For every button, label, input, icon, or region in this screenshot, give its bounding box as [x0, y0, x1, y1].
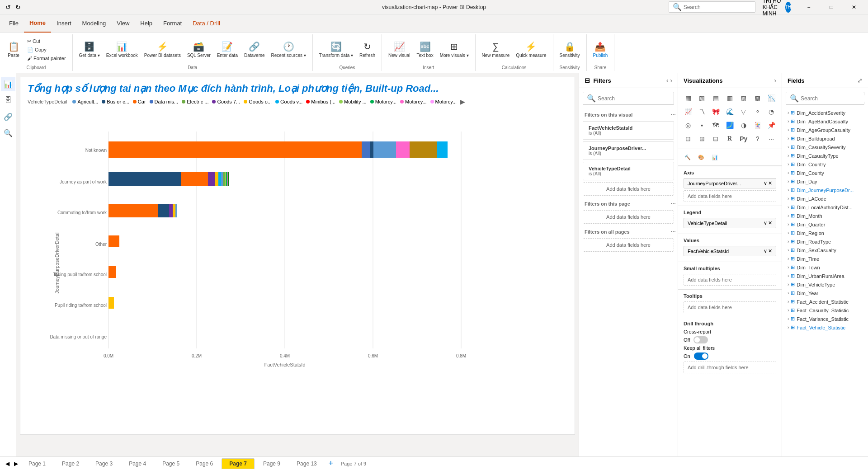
- viz-clustered-col-icon[interactable]: ▥: [723, 92, 736, 104]
- fields-search-box[interactable]: 🔍: [786, 92, 864, 105]
- window-controls[interactable]: − □ ✕: [798, 0, 864, 14]
- filters-visual-more-button[interactable]: ···: [670, 110, 676, 118]
- field-item-urban[interactable]: › ⊞ Dim_UrbanRuralArea: [782, 272, 868, 280]
- viz-ribbon-icon[interactable]: 🎀: [709, 105, 722, 118]
- field-expand-icon[interactable]: ›: [788, 145, 789, 150]
- transform-button[interactable]: 🔄 Transform data ▾: [316, 36, 356, 63]
- paste-button[interactable]: 📋 Paste: [4, 36, 24, 63]
- filter-item-1[interactable]: FactVehicleStatsId is (All): [583, 121, 674, 140]
- viz-legend-chevron-icon[interactable]: ∨: [764, 220, 767, 226]
- page-tab-9[interactable]: Page 9: [255, 458, 288, 469]
- menu-modeling[interactable]: Modeling: [77, 14, 112, 33]
- close-button[interactable]: ✕: [844, 0, 864, 14]
- field-expand-icon[interactable]: ›: [788, 110, 789, 115]
- viz-tooltips-add-button[interactable]: Add data fields here: [684, 301, 776, 313]
- viz-area-icon[interactable]: 📈: [682, 105, 694, 118]
- viz-line-icon[interactable]: 📉: [765, 92, 778, 104]
- sidebar-data-button[interactable]: 🗄: [1, 93, 15, 108]
- viz-values-field[interactable]: FactVehicleStatsId ∨ ✕: [684, 246, 776, 256]
- viz-legend-field-controls[interactable]: ∨ ✕: [764, 220, 772, 226]
- viz-r-icon[interactable]: R: [723, 132, 736, 145]
- field-item-fact-vehicle[interactable]: › ⊞ Fact_Vehicle_Statistic: [782, 323, 868, 332]
- page-add-button[interactable]: +: [326, 458, 336, 469]
- viz-expand-button[interactable]: ›: [774, 77, 776, 84]
- field-expand-icon[interactable]: ›: [788, 222, 789, 227]
- viz-table-icon[interactable]: ⊞: [696, 132, 708, 145]
- viz-drillthrough-add-button[interactable]: Add drill-through fields here: [684, 362, 776, 373]
- page-tab-13[interactable]: Page 13: [289, 458, 325, 469]
- viz-funnel-icon[interactable]: ▽: [737, 105, 750, 118]
- filter-search-box[interactable]: 🔍: [583, 92, 674, 105]
- viz-axis-remove-icon[interactable]: ✕: [768, 180, 772, 186]
- field-item-county[interactable]: › ⊞ Dim_County: [782, 169, 868, 177]
- viz-scatter-icon[interactable]: ⚬: [751, 105, 764, 118]
- format-painter-button[interactable]: 🖌 Format painter: [24, 55, 69, 62]
- viz-small-mult-add-button[interactable]: Add data fields here: [684, 274, 776, 286]
- redo-button[interactable]: ↻: [14, 3, 23, 12]
- field-item-vehicle-type[interactable]: › ⊞ Dim_VehicleType: [782, 280, 868, 289]
- field-expand-icon[interactable]: ›: [788, 136, 789, 141]
- viz-bar-icon[interactable]: ▦: [682, 92, 694, 104]
- viz-100pct-col-icon[interactable]: ▩: [751, 92, 764, 104]
- page-prev-button[interactable]: ◀: [4, 460, 11, 468]
- field-item-fact-casualty[interactable]: › ⊞ Fact_Casualty_Statistic: [782, 306, 868, 315]
- field-item-town[interactable]: › ⊞ Dim_Town: [782, 263, 868, 272]
- global-search-input[interactable]: [684, 4, 751, 10]
- viz-line-col-icon[interactable]: 〽: [696, 105, 708, 118]
- fields-search-input[interactable]: [801, 95, 868, 102]
- field-item-fact-variance[interactable]: › ⊞ Fact_Variance_Statistic: [782, 315, 868, 323]
- field-item-region[interactable]: › ⊞ Dim_Region: [782, 229, 868, 237]
- powerbi-datasets-button[interactable]: ⚡ Power BI datasets: [142, 36, 184, 63]
- page-tab-7[interactable]: Page 7: [222, 458, 255, 469]
- fields-expand-button[interactable]: ⤢: [857, 77, 863, 84]
- maximize-button[interactable]: □: [821, 0, 842, 14]
- new-measure-button[interactable]: ∑ New measure: [479, 36, 513, 63]
- field-expand-icon[interactable]: ›: [788, 265, 789, 270]
- refresh-button[interactable]: ↻ Refresh: [357, 36, 378, 63]
- enter-data-button[interactable]: 📝 Enter data: [214, 36, 241, 63]
- viz-filled-map-icon[interactable]: 🗾: [723, 119, 736, 132]
- page-tab-4[interactable]: Page 4: [121, 458, 154, 469]
- publish-button[interactable]: 📤 Publish: [590, 36, 611, 63]
- filter-search-input[interactable]: [598, 95, 670, 102]
- viz-100pct-bar-icon[interactable]: ▨: [737, 92, 750, 104]
- field-expand-icon[interactable]: ›: [788, 291, 789, 296]
- filter-header-icons[interactable]: ‹ ›: [666, 77, 672, 84]
- minimize-button[interactable]: −: [798, 0, 819, 14]
- text-box-button[interactable]: 🔤 Text box: [414, 36, 436, 63]
- field-expand-icon[interactable]: ›: [788, 248, 789, 253]
- viz-axis-chevron-icon[interactable]: ∨: [764, 180, 767, 186]
- sensitivity-button[interactable]: 🔒 Sensitivity: [557, 36, 583, 63]
- filter-expand-button[interactable]: ›: [670, 77, 672, 84]
- viz-format-icon[interactable]: 🎨: [695, 151, 707, 164]
- field-item-age-band[interactable]: › ⊞ Dim_AgeBandCasualty: [782, 117, 868, 126]
- page-tab-6[interactable]: Page 6: [188, 458, 221, 469]
- cross-report-toggle[interactable]: [693, 336, 708, 343]
- field-expand-icon[interactable]: ›: [788, 256, 789, 261]
- field-expand-icon[interactable]: ›: [788, 230, 789, 235]
- viz-slicer-icon[interactable]: ⊡: [682, 132, 694, 145]
- field-expand-icon[interactable]: ›: [788, 196, 789, 201]
- viz-axis-add-button[interactable]: Add data fields here: [684, 190, 776, 202]
- viz-pie-icon[interactable]: ◔: [765, 105, 778, 118]
- viz-clustered-bar-icon[interactable]: ▤: [709, 92, 722, 104]
- filter-item-3[interactable]: VehicleTypeDetail is (All): [583, 162, 674, 180]
- menu-data-drill[interactable]: Data / Drill: [187, 14, 226, 33]
- field-expand-icon[interactable]: ›: [788, 127, 789, 132]
- field-expand-icon[interactable]: ›: [788, 299, 789, 304]
- viz-values-chevron-icon[interactable]: ∨: [764, 248, 767, 254]
- menu-format[interactable]: Format: [158, 14, 187, 33]
- field-expand-icon[interactable]: ›: [788, 273, 789, 278]
- get-data-button[interactable]: 🗄️ Get data ▾: [76, 36, 103, 63]
- field-expand-icon[interactable]: ›: [788, 239, 789, 244]
- field-expand-icon[interactable]: ›: [788, 316, 789, 321]
- field-item-day[interactable]: › ⊞ Dim_Day: [782, 177, 868, 186]
- recent-sources-button[interactable]: 🕐 Recent sources ▾: [269, 36, 309, 63]
- field-expand-icon[interactable]: ›: [788, 308, 789, 313]
- field-item-roadtype[interactable]: › ⊞ Dim_RoadType: [782, 237, 868, 246]
- undo-redo[interactable]: ↺ ↻: [4, 3, 23, 12]
- undo-button[interactable]: ↺: [4, 3, 13, 12]
- viz-build-icon[interactable]: 🔨: [682, 151, 693, 164]
- menu-help[interactable]: Help: [135, 14, 158, 33]
- filters-page-more-button[interactable]: ···: [670, 199, 676, 207]
